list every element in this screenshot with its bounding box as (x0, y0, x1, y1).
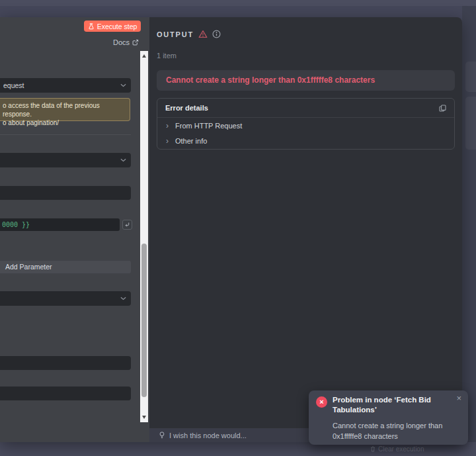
notice-line-1: o access the data of the previous respon… (3, 101, 126, 118)
chevron-down-icon (120, 83, 126, 87)
error-banner: Cannot create a string longer than 0x1ff… (157, 70, 455, 91)
n8n-node-details-view: Clear execution Execute step Docs equest (0, 0, 476, 456)
options-select[interactable] (0, 291, 131, 306)
chevron-down-icon (120, 158, 126, 162)
output-title: OUTPUT (157, 30, 194, 38)
trash-icon (370, 446, 376, 452)
parameters-scrollbar[interactable] (140, 51, 148, 422)
docs-label: Docs (113, 38, 130, 46)
dimmed-node-ghost (465, 97, 476, 150)
undo-arrow-icon (124, 222, 130, 228)
node-settings-modal: Execute step Docs equest o access the da… (0, 17, 462, 442)
workflow-canvas-edge (462, 6, 476, 442)
clear-execution-label: Clear execution (378, 445, 424, 453)
execute-step-label: Execute step (97, 23, 138, 30)
lightbulb-icon (159, 432, 165, 439)
add-parameter-button[interactable]: Add Parameter (0, 261, 131, 273)
parameter-name-input[interactable] (0, 186, 131, 200)
section-divider (0, 134, 131, 135)
parameter-type-select[interactable] (0, 153, 131, 167)
output-item-count: 1 item (157, 52, 177, 60)
docs-link[interactable]: Docs (113, 38, 139, 47)
expression-input[interactable]: 0000 }} (0, 218, 120, 231)
notice-line-2[interactable]: o about pagination/ (3, 118, 126, 127)
error-details-title: Error details (165, 104, 208, 112)
option-value-input[interactable] (0, 387, 131, 400)
row-label: Other info (175, 137, 207, 145)
chevron-down-icon (120, 296, 126, 300)
output-panel: OUTPUT 1 item Cannot create a string lon… (149, 17, 462, 442)
add-parameter-label: Add Parameter (5, 263, 52, 271)
chevron-right-icon: › (166, 137, 169, 145)
toast-message: Cannot create a string longer than 0x1ff… (333, 420, 453, 441)
pagination-notice: o access the data of the previous respon… (0, 98, 130, 121)
scrollbar-thumb[interactable] (141, 244, 147, 397)
canvas-top-strip (0, 0, 476, 6)
reset-expression-button[interactable] (122, 220, 132, 230)
parameters-panel: Execute step Docs equest o access the da… (0, 17, 149, 442)
info-circle-icon[interactable] (212, 30, 221, 38)
chevron-right-icon: › (166, 122, 169, 130)
wish-placeholder: I wish this node would... (169, 432, 247, 439)
error-details-row-other-info[interactable]: › Other info (157, 133, 454, 148)
error-details-box: Error details › From HTTP Request › Othe… (157, 98, 455, 150)
error-details-header: Error details (157, 99, 454, 118)
clear-execution-button[interactable]: Clear execution (370, 445, 424, 453)
scroll-down-arrow[interactable] (142, 416, 146, 419)
row-label: From HTTP Request (175, 122, 242, 130)
warning-triangle-icon (198, 30, 208, 38)
external-link-icon (132, 39, 139, 46)
copy-icon[interactable] (439, 105, 446, 112)
expression-value: 0000 }} (2, 221, 30, 228)
execute-step-button[interactable]: Execute step (84, 21, 141, 32)
error-toast: × Problem in node ‘Fetch Bid Tabulations… (309, 390, 468, 445)
output-header: OUTPUT (157, 30, 221, 38)
flask-icon (88, 23, 95, 30)
dimmed-node-ghost (465, 62, 476, 92)
scroll-up-arrow[interactable] (142, 54, 146, 58)
pagination-mode-value: equest (3, 81, 24, 89)
option-value-input[interactable] (0, 356, 131, 370)
error-details-row-from-http-request[interactable]: › From HTTP Request (157, 118, 454, 133)
close-icon[interactable]: × (456, 393, 461, 403)
error-circle-icon: × (316, 396, 327, 408)
toast-title: Problem in node ‘Fetch Bid Tabulations’ (333, 395, 441, 415)
pagination-mode-select[interactable]: equest (0, 78, 131, 93)
